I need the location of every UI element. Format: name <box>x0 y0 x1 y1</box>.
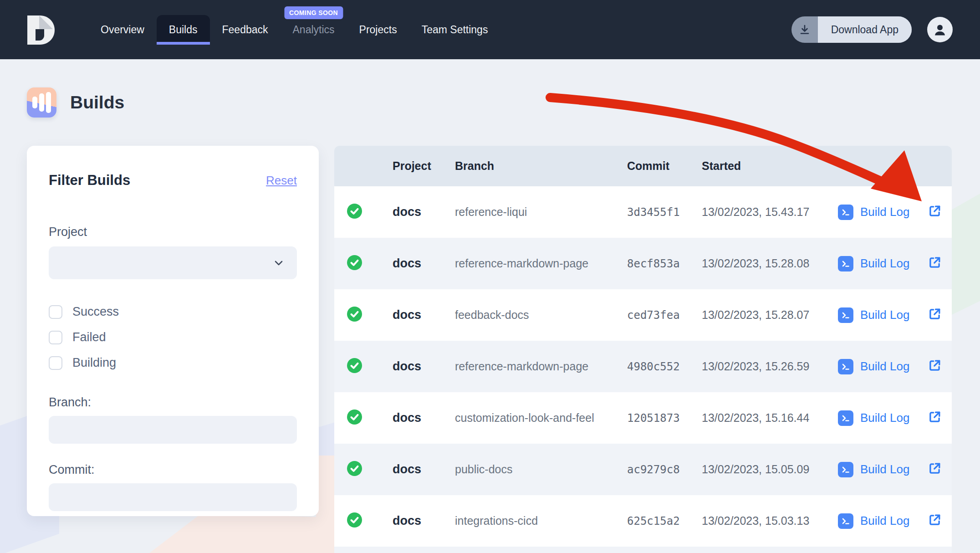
app: Overview Builds Feedback COMING SOON Ana… <box>0 0 980 553</box>
success-status-icon <box>347 358 362 375</box>
build-log-link[interactable]: Build Log <box>838 205 927 220</box>
external-link-icon[interactable] <box>927 204 942 220</box>
cell-started: 13/02/2023, 15.43.17 <box>702 205 838 219</box>
branch-input[interactable] <box>49 416 297 444</box>
project-label: Project <box>49 225 297 239</box>
cell-project: docs <box>393 462 455 476</box>
table-body: docs reference-liqui 3d3455f1 13/02/2023… <box>334 186 952 547</box>
cell-project: docs <box>393 205 455 219</box>
build-log-link[interactable]: Build Log <box>838 307 927 323</box>
build-log-label: Build Log <box>860 205 909 219</box>
commit-input[interactable] <box>49 483 297 511</box>
nav-item-builds[interactable]: Builds <box>157 15 210 45</box>
cell-started: 13/02/2023, 15.28.08 <box>702 257 838 270</box>
branch-label: Branch: <box>49 395 297 410</box>
table-row: docs feedback-docs ced73fea 13/02/2023, … <box>334 289 952 341</box>
external-link-icon[interactable] <box>927 410 942 426</box>
external-link-icon[interactable] <box>927 358 942 375</box>
build-log-link[interactable]: Build Log <box>838 410 927 426</box>
cell-started: 13/02/2023, 15.26.59 <box>702 360 838 373</box>
terminal-icon <box>838 256 853 271</box>
app-logo[interactable] <box>27 15 55 45</box>
col-header-started: Started <box>702 159 838 173</box>
cell-commit: 4980c552 <box>627 360 702 373</box>
build-log-link[interactable]: Build Log <box>838 462 927 477</box>
top-nav: Overview Builds Feedback COMING SOON Ana… <box>0 0 980 59</box>
table-header: Project Branch Commit Started <box>334 146 952 186</box>
cell-started: 13/02/2023, 15.05.09 <box>702 463 838 476</box>
builds-icon <box>27 87 56 118</box>
nav-item-team-settings[interactable]: Team Settings <box>409 15 500 45</box>
cell-started: 13/02/2023, 15.16.44 <box>702 411 838 425</box>
nav-item-overview[interactable]: Overview <box>88 15 157 45</box>
nav-item-analytics[interactable]: COMING SOON Analytics <box>281 15 347 45</box>
coming-soon-badge: COMING SOON <box>284 6 343 19</box>
cell-commit: 8ecf853a <box>627 257 702 270</box>
filter-heading: Filter Builds <box>49 172 130 189</box>
cell-project: docs <box>393 411 455 425</box>
terminal-icon <box>838 205 853 220</box>
cell-commit: 12051873 <box>627 412 702 425</box>
col-header-branch: Branch <box>455 159 627 173</box>
page-header: Builds <box>27 87 124 118</box>
failed-checkbox[interactable] <box>49 331 62 344</box>
success-status-icon <box>347 512 362 529</box>
download-app-button[interactable]: Download App <box>791 16 912 43</box>
chevron-down-icon <box>272 256 285 269</box>
reset-link[interactable]: Reset <box>266 174 297 188</box>
build-log-label: Build Log <box>860 256 909 271</box>
success-status-icon <box>347 307 362 323</box>
nav-item-projects[interactable]: Projects <box>347 15 409 45</box>
cell-started: 13/02/2023, 15.03.13 <box>702 514 838 527</box>
download-icon <box>791 16 818 43</box>
cell-project: docs <box>393 256 455 271</box>
external-link-icon[interactable] <box>927 461 942 478</box>
nav-right: Download App <box>791 16 953 43</box>
terminal-icon <box>838 462 853 477</box>
table-row: docs customization-look-and-feel 1205187… <box>334 392 952 444</box>
cell-started: 13/02/2023, 15.28.07 <box>702 308 838 322</box>
building-label: Building <box>72 356 116 370</box>
build-log-label: Build Log <box>860 514 909 528</box>
table-row: docs reference-markdown-page 8ecf853a 13… <box>334 238 952 289</box>
terminal-icon <box>838 307 853 323</box>
table-row: docs public-docs ac9279c8 13/02/2023, 15… <box>334 444 952 495</box>
build-log-label: Build Log <box>860 411 909 425</box>
page-title: Builds <box>70 92 124 113</box>
cell-commit: ced73fea <box>627 309 702 322</box>
cell-project: docs <box>393 514 455 528</box>
success-checkbox[interactable] <box>49 305 62 319</box>
nav-item-analytics-label: Analytics <box>293 24 335 36</box>
user-avatar-button[interactable] <box>927 17 953 42</box>
building-checkbox[interactable] <box>49 356 62 370</box>
status-option-building: Building <box>49 356 297 370</box>
status-option-failed: Failed <box>49 330 297 344</box>
bg-shape-mint <box>950 194 980 316</box>
build-log-label: Build Log <box>860 359 909 374</box>
build-log-link[interactable]: Build Log <box>838 513 927 529</box>
failed-label: Failed <box>72 330 106 344</box>
cell-commit: 3d3455f1 <box>627 206 702 219</box>
nav-item-feedback[interactable]: Feedback <box>210 15 281 45</box>
cell-project: docs <box>393 359 455 374</box>
status-option-success: Success <box>49 305 297 319</box>
cell-branch: feedback-docs <box>455 308 627 322</box>
success-status-icon <box>347 255 362 272</box>
col-header-project: Project <box>393 159 455 173</box>
success-label: Success <box>72 305 119 319</box>
external-link-icon[interactable] <box>927 307 942 323</box>
table-row: docs reference-liqui 3d3455f1 13/02/2023… <box>334 186 952 238</box>
download-app-label: Download App <box>818 16 912 43</box>
col-header-commit: Commit <box>627 159 702 173</box>
external-link-icon[interactable] <box>927 512 942 529</box>
cell-branch: customization-look-and-feel <box>455 411 627 425</box>
build-log-link[interactable]: Build Log <box>838 359 927 374</box>
external-link-icon[interactable] <box>927 255 942 272</box>
commit-label: Commit: <box>49 463 297 477</box>
build-log-link[interactable]: Build Log <box>838 256 927 271</box>
filter-panel: Filter Builds Reset Project Success Fail… <box>27 146 319 516</box>
cell-project: docs <box>393 308 455 322</box>
project-select[interactable] <box>49 246 297 279</box>
build-log-label: Build Log <box>860 308 909 322</box>
terminal-icon <box>838 410 853 426</box>
